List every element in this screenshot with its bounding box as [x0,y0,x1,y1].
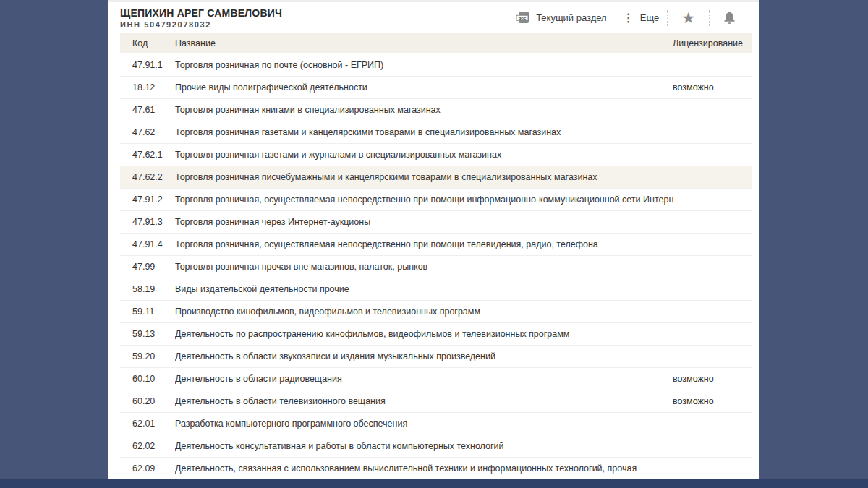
doc-icon: doc [516,11,530,25]
row-code: 47.91.4 [132,239,175,249]
row-code: 62.02 [132,441,175,451]
star-icon: ★ [681,10,695,25]
row-name: Деятельность в области радиовещания [175,374,673,384]
row-code: 62.01 [132,419,175,429]
row-code: 47.91.3 [132,217,175,227]
entity-identity: ЩЕПИХИН АРЕГ САМВЕЛОВИЧ ИНН 504792078032 [120,7,282,29]
table-row[interactable]: 18.12 Прочие виды полиграфической деятел… [120,76,752,98]
svg-text:doc: doc [519,16,527,20]
row-name: Прочие виды полиграфической деятельности [175,82,673,93]
row-name: Деятельность по распространению кинофиль… [175,329,673,339]
notifications-button[interactable] [710,11,749,25]
row-code: 58.19 [132,284,175,294]
row-code: 59.13 [132,329,175,339]
row-code: 18.12 [132,82,175,93]
row-name: Торговля розничная через Интернет-аукцио… [175,217,673,227]
content-window: ЩЕПИХИН АРЕГ САМВЕЛОВИЧ ИНН 504792078032… [109,0,760,479]
row-code: 60.10 [132,374,175,384]
vertical-dots-icon: ⋮ [623,12,634,24]
row-code: 62.09 [132,463,175,474]
current-section-label: Текущий раздел [536,12,607,23]
row-name: Разработка компьютерного программного об… [175,419,673,429]
row-name: Торговля розничная прочая вне магазинов,… [175,262,673,272]
table-row[interactable]: 62.09 Деятельность, связанная с использо… [120,457,752,479]
table-row[interactable]: 47.62.2 Торговля розничная писчебумажным… [120,166,752,188]
row-name: Торговля розничная по почте (основной - … [175,60,673,70]
table-row[interactable]: 47.62 Торговля розничная газетами и канц… [120,121,752,143]
inn-value: ИНН 504792078032 [120,20,282,29]
row-name: Виды издательской деятельности прочие [175,284,673,294]
column-header-name: Название [175,38,673,48]
table-row[interactable]: 58.19 Виды издательской деятельности про… [120,278,752,300]
row-licensing: возможно [673,396,752,406]
column-header-licensing: Лицензирование [673,38,752,48]
favorite-button[interactable]: ★ [668,10,709,25]
row-name: Торговля розничная газетами и журналами … [175,150,673,160]
bell-icon [723,11,736,25]
table-header-row: Код Название Лицензирование [120,33,752,53]
row-name: Деятельность консультативная и работы в … [175,441,673,451]
row-name: Деятельность в области телевизионного ве… [175,396,673,406]
row-code: 47.99 [132,262,175,272]
row-code: 47.61 [132,105,175,115]
row-licensing: возможно [673,82,752,93]
row-licensing: возможно [673,374,752,384]
table-row[interactable]: 62.01 Разработка компьютерного программн… [120,412,752,435]
row-code: 59.20 [132,351,175,361]
current-section-button[interactable]: doc Текущий раздел [508,11,615,25]
entity-header: ЩЕПИХИН АРЕГ САМВЕЛОВИЧ ИНН 504792078032… [109,2,760,33]
column-header-code: Код [132,38,175,48]
row-name: Торговля розничная, осуществляемая непос… [175,239,673,249]
table-row[interactable]: 60.10 Деятельность в области радиовещани… [120,367,752,390]
row-name: Торговля розничная газетами и канцелярск… [175,127,673,137]
table-row[interactable]: 47.91.1 Торговля розничная по почте (осн… [120,53,752,76]
row-name: Торговля розничная, осуществляемая непос… [175,194,673,205]
row-name: Деятельность в области звукозаписи и изд… [175,351,673,361]
row-name: Деятельность, связанная с использованием… [175,463,673,474]
more-button[interactable]: ⋮ Еще [615,12,667,24]
table-row[interactable]: 47.91.4 Торговля розничная, осуществляем… [120,233,752,255]
okved-table: Код Название Лицензирование 47.91.1 Торг… [120,33,752,479]
table-row[interactable]: 59.20 Деятельность в области звукозаписи… [120,345,752,367]
table-row[interactable]: 62.02 Деятельность консультативная и раб… [120,435,752,457]
row-code: 59.11 [132,307,175,317]
header-toolbar: doc Текущий раздел ⋮ Еще ★ [508,10,749,26]
table-row[interactable]: 59.11 Производство кинофильмов, видеофил… [120,300,752,322]
row-code: 47.62 [132,127,175,137]
table-row[interactable]: 47.62.1 Торговля розничная газетами и жу… [120,143,752,166]
table-row[interactable]: 47.61 Торговля розничная книгами в специ… [120,98,752,121]
table-row[interactable]: 47.99 Торговля розничная прочая вне мага… [120,255,752,278]
table-row[interactable]: 60.20 Деятельность в области телевизионн… [120,390,752,412]
row-code: 47.91.2 [132,194,175,205]
row-name: Торговля розничная писчебумажными и канц… [175,172,673,182]
bottom-strip [0,479,868,488]
table-row[interactable]: 47.91.3 Торговля розничная через Интерне… [120,210,752,233]
table-row[interactable]: 59.13 Деятельность по распространению ки… [120,322,752,345]
row-code: 47.62.2 [132,172,175,182]
more-label: Еще [640,12,659,23]
table-row[interactable]: 47.91.2 Торговля розничная, осуществляем… [120,188,752,210]
row-code: 47.91.1 [132,60,175,70]
page-title: ЩЕПИХИН АРЕГ САМВЕЛОВИЧ [120,7,282,19]
row-name: Торговля розничная книгами в специализир… [175,105,673,115]
table-body: 47.91.1 Торговля розничная по почте (осн… [120,53,752,479]
row-code: 47.62.1 [132,150,175,160]
row-name: Производство кинофильмов, видеофильмов и… [175,307,673,317]
row-code: 60.20 [132,396,175,406]
